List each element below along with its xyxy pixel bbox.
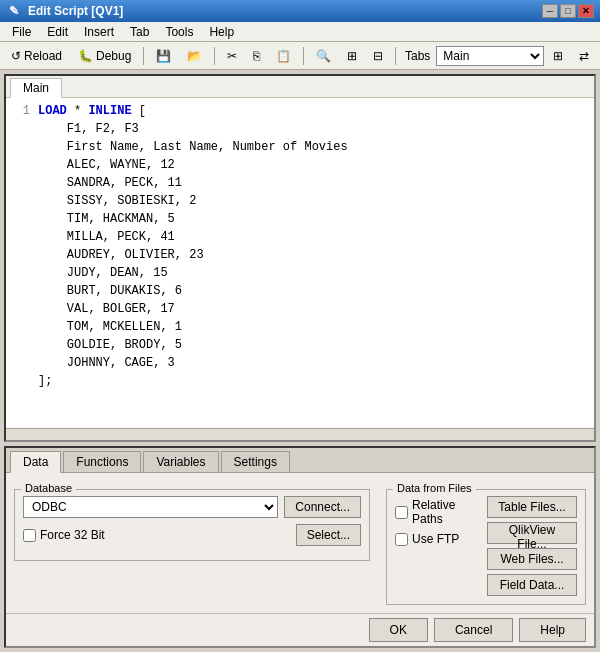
find-icon: 🔍: [316, 49, 331, 63]
relative-paths-row: Relative Paths: [395, 498, 479, 526]
save-button[interactable]: 💾: [149, 45, 178, 67]
navigate-button[interactable]: ⊟: [366, 45, 390, 67]
tab-options-icon: ⊞: [553, 49, 563, 63]
force32bit-row: Force 32 Bit: [23, 528, 105, 542]
window: ✎ Edit Script [QV1] ─ □ ✕ File Edit Inse…: [0, 0, 600, 652]
menu-file[interactable]: File: [4, 23, 39, 41]
web-files-button[interactable]: Web Files...: [487, 548, 577, 570]
toolbar-sep-1: [143, 47, 144, 65]
save-icon: 💾: [156, 49, 171, 63]
connect-button[interactable]: Connect...: [284, 496, 361, 518]
tab-extra-icon: ⇄: [579, 49, 589, 63]
menu-tab[interactable]: Tab: [122, 23, 157, 41]
action-bar: OK Cancel Help: [6, 613, 594, 646]
maximize-button[interactable]: □: [560, 4, 576, 18]
files-section: Data from Files Relative Paths Use FTP: [386, 481, 586, 605]
cut-icon: ✂: [227, 49, 237, 63]
force32bit-label: Force 32 Bit: [40, 528, 105, 542]
app-icon: ✎: [6, 3, 22, 19]
db-select-row: ODBC Connect...: [23, 496, 361, 518]
minimize-button[interactable]: ─: [542, 4, 558, 18]
paste-icon: 📋: [276, 49, 291, 63]
reload-icon: ↺: [11, 49, 21, 63]
toolbar: ↺ Reload 🐛 Debug 💾 📂 ✂ ⎘ 📋 🔍 ⊞: [0, 42, 600, 70]
debug-icon: 🐛: [78, 49, 93, 63]
relative-paths-checkbox[interactable]: [395, 506, 408, 519]
use-ftp-row: Use FTP: [395, 532, 479, 546]
insert-button[interactable]: ⊞: [340, 45, 364, 67]
files-buttons: Table Files... QlikView File... Web File…: [487, 496, 577, 596]
database-section: Database ODBC Connect... Force 32 Bit: [14, 481, 370, 605]
window-controls: ─ □ ✕: [542, 4, 594, 18]
field-data-button[interactable]: Field Data...: [487, 574, 577, 596]
bottom-panel: Data Functions Variables Settings Databa…: [4, 446, 596, 648]
window-title: Edit Script [QV1]: [28, 4, 542, 18]
bottom-tab-bar: Data Functions Variables Settings: [6, 448, 594, 473]
debug-button[interactable]: 🐛 Debug: [71, 45, 138, 67]
use-ftp-label: Use FTP: [412, 532, 459, 546]
db-select-row-2: Force 32 Bit Select...: [23, 524, 361, 546]
database-group: Database ODBC Connect... Force 32 Bit: [14, 489, 370, 561]
find-button[interactable]: 🔍: [309, 45, 338, 67]
ok-button[interactable]: OK: [369, 618, 428, 642]
use-ftp-checkbox[interactable]: [395, 533, 408, 546]
menu-help[interactable]: Help: [201, 23, 242, 41]
tab-data[interactable]: Data: [10, 451, 61, 473]
copy-icon: ⎘: [253, 49, 260, 63]
tab-main[interactable]: Main: [10, 78, 62, 98]
copy-button[interactable]: ⎘: [246, 45, 267, 67]
files-group: Data from Files Relative Paths Use FTP: [386, 489, 586, 605]
cancel-button[interactable]: Cancel: [434, 618, 513, 642]
paste-button[interactable]: 📋: [269, 45, 298, 67]
relative-paths-label: Relative Paths: [412, 498, 479, 526]
line-numbers: 1: [10, 102, 38, 424]
close-button[interactable]: ✕: [578, 4, 594, 18]
insert-icon: ⊞: [347, 49, 357, 63]
table-files-button[interactable]: Table Files...: [487, 496, 577, 518]
tab-settings[interactable]: Settings: [221, 451, 290, 472]
navigate-icon: ⊟: [373, 49, 383, 63]
tab-functions[interactable]: Functions: [63, 451, 141, 472]
menu-bar: File Edit Insert Tab Tools Help: [0, 22, 600, 42]
database-select[interactable]: ODBC: [23, 496, 278, 518]
main-content: Main 1 LOAD * INLINE [ F1, F2, F3 First …: [0, 70, 600, 652]
toolbar-sep-3: [303, 47, 304, 65]
code-content[interactable]: LOAD * INLINE [ F1, F2, F3 First Name, L…: [38, 102, 590, 424]
database-group-label: Database: [21, 482, 76, 494]
force32bit-checkbox[interactable]: [23, 529, 36, 542]
toolbar-sep-4: [395, 47, 396, 65]
tabs-label: Tabs: [401, 49, 434, 63]
tab-variables[interactable]: Variables: [143, 451, 218, 472]
bottom-content: Database ODBC Connect... Force 32 Bit: [6, 473, 594, 613]
tabs-select[interactable]: Main: [436, 46, 544, 66]
tab-extra-button[interactable]: ⇄: [572, 45, 596, 67]
title-bar: ✎ Edit Script [QV1] ─ □ ✕: [0, 0, 600, 22]
open-icon: 📂: [187, 49, 202, 63]
menu-edit[interactable]: Edit: [39, 23, 76, 41]
files-checkboxes: Relative Paths Use FTP: [395, 496, 479, 596]
horizontal-scrollbar[interactable]: [6, 428, 594, 440]
files-group-label: Data from Files: [393, 482, 476, 494]
qlikview-file-button[interactable]: QlikView File...: [487, 522, 577, 544]
editor-panel: Main 1 LOAD * INLINE [ F1, F2, F3 First …: [4, 74, 596, 442]
cut-button[interactable]: ✂: [220, 45, 244, 67]
select-button[interactable]: Select...: [296, 524, 361, 546]
tab-options-button[interactable]: ⊞: [546, 45, 570, 67]
open-button[interactable]: 📂: [180, 45, 209, 67]
code-editor[interactable]: 1 LOAD * INLINE [ F1, F2, F3 First Name,…: [6, 98, 594, 428]
editor-tab-bar: Main: [6, 76, 594, 98]
reload-button[interactable]: ↺ Reload: [4, 45, 69, 67]
menu-tools[interactable]: Tools: [157, 23, 201, 41]
help-button[interactable]: Help: [519, 618, 586, 642]
toolbar-sep-2: [214, 47, 215, 65]
files-inner: Relative Paths Use FTP Table Files... Ql…: [395, 496, 577, 596]
menu-insert[interactable]: Insert: [76, 23, 122, 41]
